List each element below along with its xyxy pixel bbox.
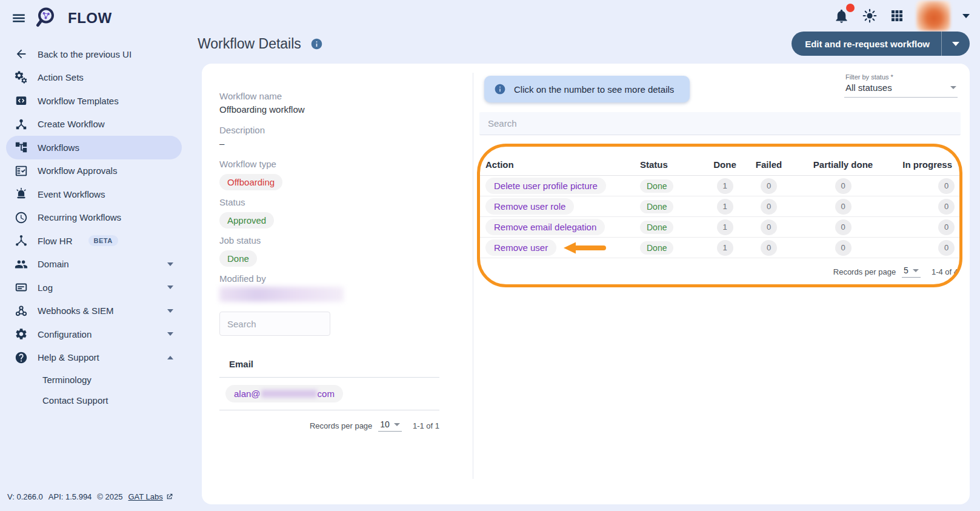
target-users-table: Email alan@com [219,352,439,410]
actions-pagination: Records per page 5 1-4 of 4 [479,266,961,278]
chevron-down-icon [167,332,173,336]
app-version: V: 0.266.0 [7,492,43,501]
workflow-name-value: Offboarding workflow [219,104,439,115]
workflow-summary-panel: Workflow name Offboarding workflow Descr… [202,64,473,504]
sidebar-item-create-workflow[interactable]: Create Workflow [6,113,182,136]
action-link[interactable]: Remove email delegation [485,219,605,235]
sidebar-item-workflow-templates[interactable]: Workflow Templates [6,89,182,113]
sidebar-subitem-contact-support[interactable]: Contact Support [0,390,188,410]
actions-search-input[interactable] [479,112,961,135]
sidebar-item-label: Help & Support [38,352,99,362]
table-row: Remove email delegation Done 1 0 0 0 [479,217,961,238]
sidebar-item-event-workflows[interactable]: Event Workflows [6,182,182,206]
clock-icon [15,211,28,224]
actions-panel: Click on the number to see more details … [473,64,970,504]
records-per-page-select[interactable]: 10 [378,419,402,432]
per-page-value: 5 [904,266,908,275]
caret-down-icon [913,269,919,272]
in-progress-count[interactable]: 0 [938,199,955,215]
log-card-icon [15,281,28,294]
info-icon [494,83,506,95]
column-header-done: Done [707,159,743,170]
status-badge: Approved [219,212,274,229]
info-banner-text: Click on the number to see more details [514,84,674,95]
done-count[interactable]: 1 [717,219,733,235]
branch-icon [15,118,28,131]
records-per-page-select[interactable]: 5 [902,266,921,278]
email-prefix: alan@ [234,389,261,399]
sidebar-item-label: Event Workflows [38,189,105,199]
table-row: Remove user Done 1 0 0 0 [479,238,961,258]
sidebar-item-label: Workflow Templates [38,96,119,106]
sidebar-item-label: Log [38,282,53,293]
description-label: Description [219,125,439,135]
partially-done-count[interactable]: 0 [835,219,852,235]
in-progress-count[interactable]: 0 [938,178,955,194]
table-row: Remove user role Done 1 0 0 0 [479,196,961,217]
partially-done-count[interactable]: 0 [835,240,852,256]
per-page-value: 10 [380,419,390,429]
logo-row: FLOW [0,0,188,29]
sidebar-item-webhooks-siem[interactable]: Webhooks & SIEM [6,299,182,323]
chevron-down-icon [167,262,173,266]
sidebar-item-recurring-workflows[interactable]: Recurring Workflows [6,206,182,230]
users-pagination: Records per page 10 1-1 of 1 [219,419,439,432]
chevron-down-icon [167,286,173,289]
modified-by-redacted-value [219,287,344,302]
page-info-icon[interactable] [310,38,323,50]
records-per-page-label: Records per page [310,421,372,430]
failed-count[interactable]: 0 [761,240,777,256]
partially-done-count[interactable]: 0 [835,199,852,215]
sidebar-item-action-sets[interactable]: Action Sets [6,66,182,90]
pagination-range: 1-1 of 1 [413,421,439,430]
sidebar-subitem-terminology[interactable]: Terminology [0,369,188,390]
in-progress-count[interactable]: 0 [938,219,955,235]
email-suffix: com [318,389,335,399]
description-value: – [219,138,439,149]
help-circle-icon [15,351,28,364]
sidebar-item-log[interactable]: Log [6,276,182,299]
status-badge: Done [640,221,673,234]
records-per-page-label: Records per page [833,267,896,276]
info-banner: Click on the number to see more details [484,76,690,102]
done-count[interactable]: 1 [717,199,733,215]
filter-by-status-select[interactable]: Filter by status * All statuses [844,72,958,98]
gat-labs-link[interactable]: GAT Labs [128,492,173,501]
action-link[interactable]: Remove user role [485,198,574,215]
partially-done-count[interactable]: 0 [835,178,852,194]
sidebar-item-help-support[interactable]: Help & Support [6,346,182,370]
sidebar-item-label: Flow HR [38,236,73,246]
user-search-input[interactable] [219,312,330,336]
page-title: Workflow Details [198,36,301,52]
people-icon [15,258,28,271]
action-link[interactable]: Delete user profile picture [485,178,606,194]
status-label: Status [219,197,439,207]
done-count[interactable]: 1 [717,178,733,194]
edit-rerequest-workflow-button[interactable]: Edit and re-request workflow [792,32,970,56]
filter-value: All statuses [845,82,892,93]
in-progress-count[interactable]: 0 [938,240,955,256]
failed-count[interactable]: 0 [761,219,777,235]
sidebar-item-configuration[interactable]: Configuration [6,322,182,346]
copyright: © 2025 [97,492,122,501]
chevron-down-icon [167,309,173,313]
action-link[interactable]: Remove user [485,239,556,256]
actions-table-header: Action Status Done Failed Partially done… [479,154,961,176]
sidebar-item-flow-hr[interactable]: Flow HR BETA [6,229,182,253]
button-dropdown-caret[interactable] [942,42,970,46]
external-link-icon [165,493,173,501]
done-count[interactable]: 1 [717,240,733,256]
column-header-status: Status [640,159,707,170]
sidebar-subitem-label: Contact Support [42,395,108,406]
sidebar-item-domain[interactable]: Domain [6,253,182,276]
sidebar-item-workflows[interactable]: Workflows [6,136,182,159]
failed-count[interactable]: 0 [761,178,777,194]
failed-count[interactable]: 0 [761,199,777,215]
user-email-chip[interactable]: alan@com [225,385,343,402]
flow-logo-icon [35,6,59,30]
sidebar-item-back[interactable]: Back to the previous UI [6,42,182,66]
menu-icon[interactable] [11,10,27,26]
sidebar-item-workflow-approvals[interactable]: Workflow Approvals [6,159,182,183]
workflow-type-label: Workflow type [219,159,439,169]
edit-button-label: Edit and re-request workflow [792,39,941,49]
